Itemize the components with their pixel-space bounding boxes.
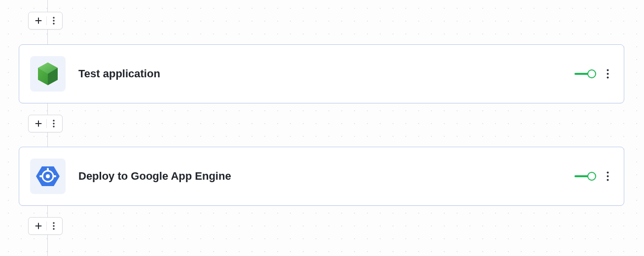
more-vertical-icon[interactable]	[49, 220, 58, 232]
svg-rect-16	[53, 175, 56, 177]
node-icon	[37, 62, 59, 86]
step-icon-box	[30, 159, 66, 194]
plus-icon[interactable]	[34, 119, 43, 128]
more-vertical-icon[interactable]	[603, 67, 612, 81]
more-vertical-icon[interactable]	[603, 169, 612, 183]
svg-point-21	[53, 222, 54, 224]
svg-point-20	[607, 179, 608, 181]
svg-rect-17	[47, 168, 49, 171]
step-title: Test application	[78, 67, 574, 80]
svg-point-1	[53, 20, 54, 21]
svg-rect-15	[39, 175, 43, 177]
svg-point-19	[607, 175, 608, 177]
enable-toggle[interactable]	[574, 171, 596, 181]
svg-point-18	[607, 172, 608, 174]
google-app-engine-icon	[36, 165, 60, 188]
svg-point-7	[607, 73, 608, 75]
svg-point-11	[53, 126, 54, 127]
svg-point-9	[53, 120, 54, 121]
step-actions	[574, 67, 612, 81]
pipeline-step-card[interactable]: Deploy to Google App Engine	[19, 147, 624, 206]
more-vertical-icon[interactable]	[49, 118, 58, 129]
svg-point-2	[53, 23, 54, 24]
svg-point-0	[53, 17, 54, 18]
svg-point-22	[53, 225, 54, 226]
svg-point-14	[46, 174, 50, 178]
plus-icon[interactable]	[34, 221, 43, 231]
add-step-pill	[28, 217, 63, 235]
step-title: Deploy to Google App Engine	[78, 170, 574, 183]
step-icon-box	[30, 56, 66, 92]
plus-icon[interactable]	[34, 16, 43, 26]
step-actions	[574, 169, 612, 183]
svg-point-8	[607, 77, 608, 79]
enable-toggle[interactable]	[574, 69, 596, 79]
svg-point-6	[607, 69, 608, 71]
svg-point-23	[53, 228, 54, 229]
divider	[46, 16, 47, 25]
more-vertical-icon[interactable]	[49, 15, 58, 27]
divider	[46, 119, 47, 128]
add-step-pill	[28, 12, 63, 30]
add-step-pill	[28, 115, 63, 132]
pipeline-step-card[interactable]: Test application	[19, 44, 624, 103]
svg-point-10	[53, 123, 54, 124]
divider	[46, 222, 47, 230]
